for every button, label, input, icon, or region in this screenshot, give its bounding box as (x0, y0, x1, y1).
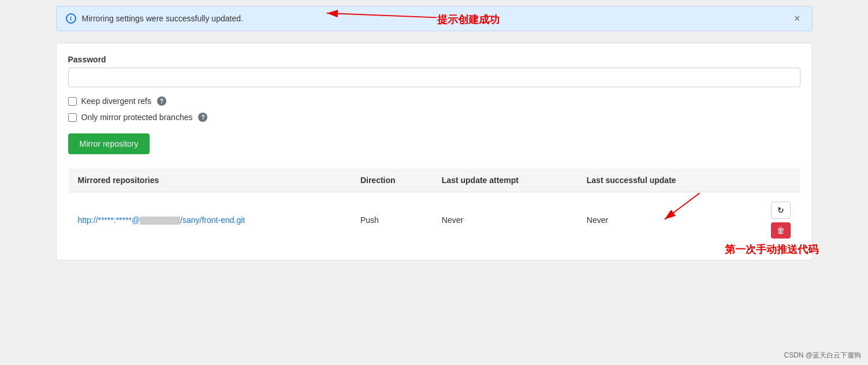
watermark: CSDN @蓝天白云下遛狗 (784, 351, 861, 360)
update-mirror-button[interactable]: ↻ (771, 202, 791, 219)
only-protected-help-icon[interactable]: ? (198, 113, 207, 122)
mirror-form: Password Keep divergent refs ? Only mirr… (56, 43, 813, 260)
keep-divergent-checkbox[interactable] (68, 97, 77, 106)
repo-url-cell: http://*****:*****@/sany/front-end.git (68, 192, 351, 248)
table-row: http://*****:*****@/sany/front-end.git P… (68, 192, 800, 248)
direction-cell: Push (351, 192, 433, 248)
action-cell: ↻ 🗑 (742, 192, 800, 248)
repo-url-link[interactable]: http://*****:*****@/sany/front-end.git (78, 215, 245, 225)
password-input[interactable] (68, 68, 800, 87)
mirrored-repos-table: Mirrored repositories Direction Last upd… (68, 168, 800, 248)
last-success-cell: Never (578, 192, 742, 248)
alert-close-button[interactable]: × (792, 13, 803, 24)
delete-mirror-button[interactable]: 🗑 (771, 222, 791, 239)
col-repo: Mirrored repositories (68, 169, 351, 192)
col-direction: Direction (351, 169, 433, 192)
col-last-success: Last successful update (578, 169, 742, 192)
only-protected-label: Only mirror protected branches (81, 113, 193, 122)
col-actions (742, 169, 800, 192)
alert-message: Mirroring settings were successfully upd… (82, 14, 243, 23)
last-attempt-cell: Never (433, 192, 578, 248)
info-icon: i (66, 13, 76, 24)
alert-banner: i Mirroring settings were successfully u… (56, 6, 813, 31)
keep-divergent-row: Keep divergent refs ? (68, 96, 800, 106)
only-protected-row: Only mirror protected branches ? (68, 113, 800, 122)
only-protected-checkbox[interactable] (68, 113, 77, 122)
keep-divergent-label: Keep divergent refs (81, 96, 151, 106)
password-label: Password (68, 55, 800, 64)
mirror-repository-button[interactable]: Mirror repository (68, 133, 150, 154)
alert-content: i Mirroring settings were successfully u… (66, 13, 243, 24)
col-last-attempt: Last update attempt (433, 169, 578, 192)
table-header-row: Mirrored repositories Direction Last upd… (68, 169, 800, 192)
keep-divergent-help-icon[interactable]: ? (157, 96, 166, 106)
